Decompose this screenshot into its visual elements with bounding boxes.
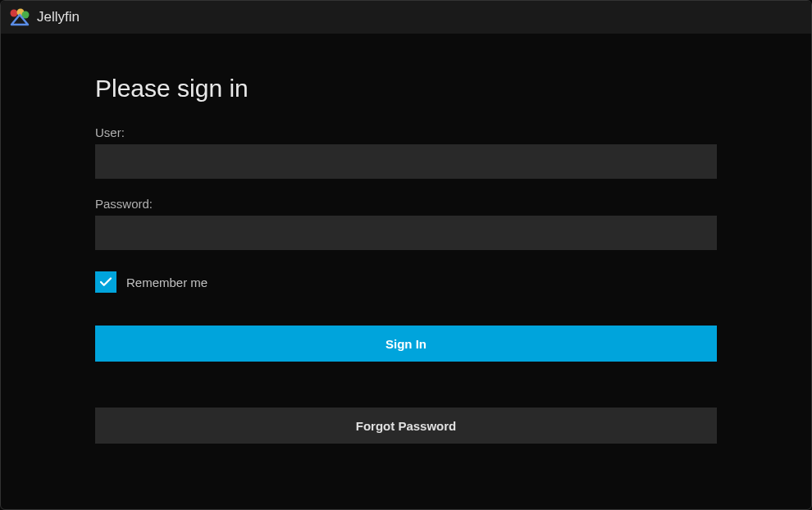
sign-in-button[interactable]: Sign In [95,326,717,362]
user-field-group: User: [95,125,717,179]
jellyfin-logo-icon [9,7,30,28]
remember-me-checkbox[interactable] [95,271,116,293]
page-title: Please sign in [95,75,717,102]
remember-me-row: Remember me [95,271,717,293]
user-input[interactable] [95,144,717,179]
forgot-password-button[interactable]: Forgot Password [95,408,717,444]
svg-point-0 [11,10,18,17]
password-field-group: Password: [95,197,717,250]
app-header: Jellyfin [1,1,811,34]
remember-me-label: Remember me [126,275,208,289]
user-label: User: [95,125,717,139]
password-input[interactable] [95,216,717,250]
login-form: Please sign in User: Password: Remember … [1,34,811,485]
password-label: Password: [95,197,717,211]
brand-logo: Jellyfin [9,7,80,28]
brand-name: Jellyfin [37,9,80,25]
check-icon [98,275,113,289]
